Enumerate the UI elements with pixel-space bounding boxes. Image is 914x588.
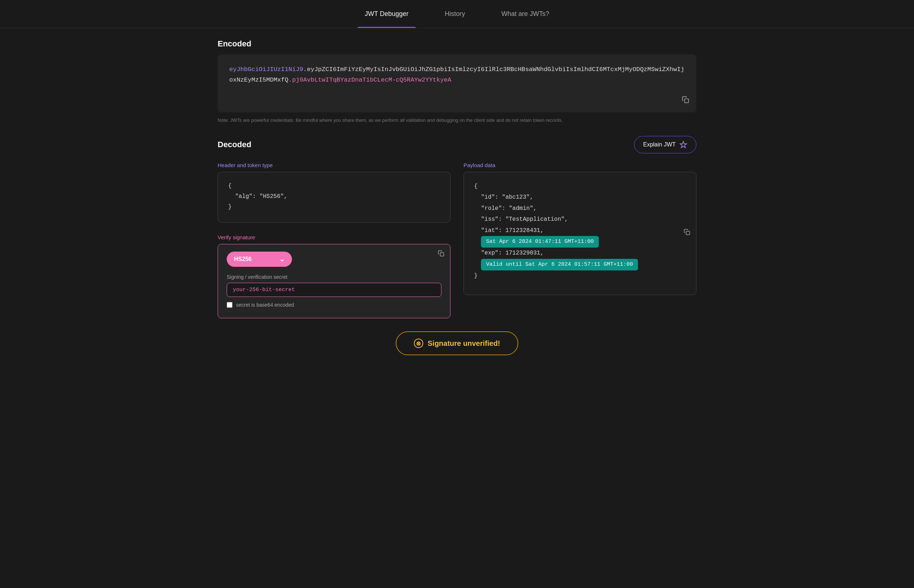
copy-verify-button[interactable]	[438, 250, 444, 258]
payload-line-role: "role": "admin",	[474, 203, 686, 214]
payload-line-iss: "iss": "TestApplication",	[474, 214, 686, 225]
encoded-token-box[interactable]: eyJhbGciOiJIUzI1NiJ9.eyJpZCI6ImFiYzEyMyI…	[218, 54, 696, 112]
encoded-section-label: Encoded	[218, 39, 696, 48]
main-content: Encoded eyJhbGciOiJIUzI1NiJ9.eyJpZCI6ImF…	[203, 39, 711, 377]
payload-line-id: "id": "abc123",	[474, 192, 686, 203]
svg-rect-0	[685, 99, 689, 103]
left-column: Header and token type { "alg": "HS256", …	[218, 162, 450, 318]
payload-line-open: {	[474, 181, 686, 192]
secret-input[interactable]	[227, 283, 442, 297]
exp-badge: Valid until Sat Apr 6 2024 01:57:11 GMT+…	[481, 259, 638, 271]
payload-line-close: }	[474, 270, 686, 281]
payload-field-label: Payload data	[464, 162, 696, 168]
svg-rect-2	[686, 231, 690, 234]
algorithm-value: HS256	[234, 256, 252, 262]
copy-encoded-button[interactable]	[680, 95, 691, 107]
payload-line-exp-readable: Valid until Sat Apr 6 2024 01:57:11 GMT+…	[474, 259, 686, 271]
verify-signature-box: HS256 ⌄ Signing / verification secret se…	[218, 244, 450, 318]
decoded-columns: Header and token type { "alg": "HS256", …	[218, 162, 696, 318]
svg-rect-1	[440, 253, 444, 256]
token-payload-part: .eyJpZCI6ImFiYzEyMyIsInJvbGUiOiJhZG1pbiI…	[303, 66, 662, 73]
signature-status-label: Signature unverified!	[428, 339, 500, 348]
payload-line-iat: "iat": 1712328431,	[474, 225, 686, 236]
header-line-1: {	[228, 181, 440, 191]
header-line-2: "alg": "HS256",	[228, 191, 440, 202]
tab-what-are-jwts[interactable]: What are JWTs?	[494, 0, 556, 28]
copy-payload-button[interactable]	[682, 176, 692, 289]
note-text: Note: JWTs are powerful credentials. Be …	[218, 118, 696, 123]
signature-status-bar: ⊗ Signature unverified!	[218, 331, 696, 355]
base64-label: secret is base64 encoded	[236, 302, 294, 308]
iat-badge: Sat Apr 6 2024 01:47:11 GMT+11:00	[481, 236, 599, 248]
decoded-section-label: Decoded	[218, 140, 251, 149]
right-column: Payload data { "id": "abc123", "role": "…	[464, 162, 696, 318]
signature-status-icon: ⊗	[414, 339, 423, 348]
tab-jwt-debugger[interactable]: JWT Debugger	[358, 0, 416, 28]
algorithm-selector[interactable]: HS256 ⌄	[227, 252, 292, 267]
payload-code-box: { "id": "abc123", "role": "admin", "iss"…	[464, 172, 696, 295]
tab-history[interactable]: History	[437, 0, 472, 28]
base64-checkbox-row: secret is base64 encoded	[227, 302, 442, 308]
decoded-header: Decoded Explain JWT	[218, 136, 696, 153]
payload-line-exp: "exp": 1712329031,	[474, 247, 686, 258]
sparkle-icon	[679, 141, 687, 149]
header-field-label: Header and token type	[218, 162, 450, 168]
signature-status: ⊗ Signature unverified!	[396, 331, 518, 355]
payload-line-iat-readable: Sat Apr 6 2024 01:47:11 GMT+11:00	[474, 236, 686, 248]
navigation: JWT Debugger History What are JWTs?	[0, 0, 914, 28]
base64-checkbox[interactable]	[227, 302, 233, 308]
token-header-part: eyJhbGciOiJIUzI1NiJ9	[229, 66, 303, 73]
secret-field-label: Signing / verification secret	[227, 274, 442, 280]
chevron-down-icon: ⌄	[279, 255, 285, 263]
verify-signature-label: Verify signature	[218, 234, 450, 240]
token-signature-part: .pj9AvbLtwITqBYazDnaTibCLecM-cQ5RAYw2YYt…	[288, 76, 451, 83]
header-code-box: { "alg": "HS256", }	[218, 172, 450, 223]
explain-jwt-button[interactable]: Explain JWT	[634, 136, 696, 153]
header-line-3: }	[228, 202, 440, 212]
explain-jwt-label: Explain JWT	[643, 141, 676, 148]
